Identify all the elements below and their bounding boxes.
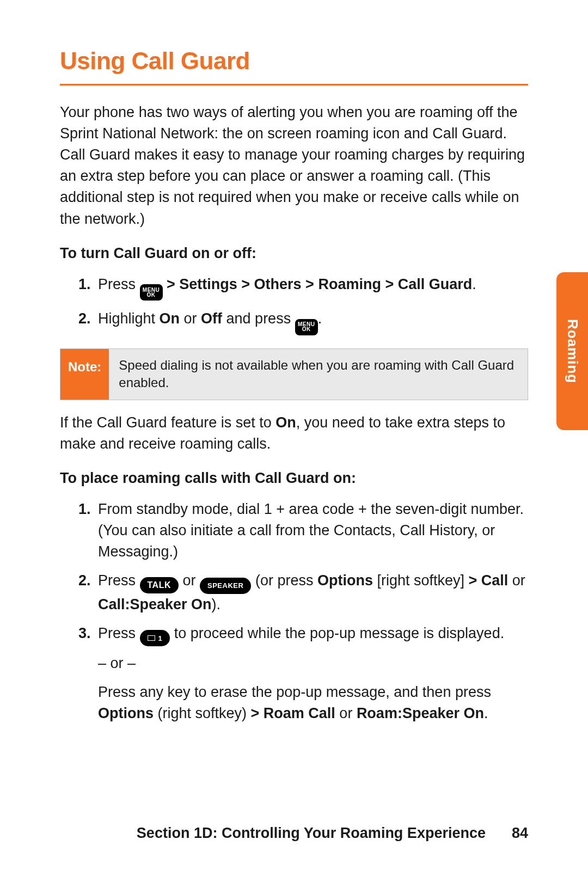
text: . (484, 705, 488, 721)
steps-toggle: Press MENU OK > Settings > Others > Roam… (60, 274, 528, 335)
text: (or press (255, 572, 317, 589)
envelope-icon (148, 635, 155, 641)
text: (right softkey) (154, 705, 251, 721)
menu-ok-key-icon: MENU OK (295, 319, 318, 335)
manual-page: Using Call Guard Your phone has two ways… (0, 0, 588, 882)
step-2: Highlight On or Off and press MENU OK . (95, 308, 528, 335)
text: If the Call Guard feature is set to (60, 414, 275, 431)
mail-1-key-icon: 1 (140, 630, 170, 646)
on-label: On (160, 310, 180, 327)
text: Press (98, 625, 140, 641)
call-speaker-path: Call:Speaker On (98, 596, 212, 612)
step-text: and press (222, 310, 295, 327)
subheading-toggle: To turn Call Guard on or off: (60, 243, 528, 264)
title-underline (60, 84, 528, 85)
step-text: From standby mode, dial 1 + area code + … (98, 499, 528, 562)
call-path: > Call (469, 572, 509, 589)
period: . (472, 276, 476, 292)
after-note-paragraph: If the Call Guard feature is set to On, … (60, 412, 528, 455)
note-body: Speed dialing is not available when you … (109, 349, 528, 400)
section-label: Section 1D: Controlling Your Roaming Exp… (137, 823, 486, 844)
step-2: Press TALK or SPEAKER (or press Options … (95, 570, 528, 615)
step-1: Press MENU OK > Settings > Others > Roam… (95, 274, 528, 301)
key-label-bottom: OK (147, 292, 156, 298)
text: or (508, 572, 525, 589)
text: ). (212, 596, 221, 612)
menu-path: > Settings > Others > Roaming > Call Gua… (167, 276, 472, 292)
or-divider: – or – (98, 653, 528, 674)
talk-key-icon: TALK (140, 577, 179, 593)
period: . (318, 310, 322, 327)
text: [right softkey] (373, 572, 469, 589)
text: to proceed while the pop-up message is d… (174, 625, 504, 641)
page-number: 84 (512, 823, 528, 844)
speaker-key-icon: SPEAKER (200, 578, 251, 594)
text: Press any key to erase the pop-up messag… (98, 684, 491, 700)
intro-paragraph: Your phone has two ways of alerting you … (60, 102, 528, 230)
roam-call-path: > Roam Call (251, 705, 335, 721)
step-1: From standby mode, dial 1 + area code + … (95, 499, 528, 562)
on-bold: On (275, 414, 296, 431)
section-side-tab: Roaming (556, 272, 588, 430)
note-label: Note: (60, 349, 109, 400)
side-tab-label: Roaming (562, 319, 583, 383)
roam-speaker-path: Roam:Speaker On (357, 705, 484, 721)
menu-ok-key-icon: MENU OK (140, 284, 163, 301)
text: or (183, 572, 200, 589)
key-number: 1 (158, 635, 163, 642)
page-title: Using Call Guard (60, 44, 528, 78)
options-label: Options (98, 705, 154, 721)
text: or (335, 705, 357, 721)
step-3: Press 1 to proceed while the pop-up mess… (95, 623, 528, 724)
key-label-bottom: OK (302, 327, 311, 332)
note-box: Note: Speed dialing is not available whe… (60, 348, 528, 400)
options-label: Options (317, 572, 373, 589)
step-text: or (180, 310, 201, 327)
step-text: Highlight (98, 310, 160, 327)
step-text: Press (98, 276, 140, 292)
subheading-place-calls: To place roaming calls with Call Guard o… (60, 468, 528, 489)
steps-place-calls: From standby mode, dial 1 + area code + … (60, 499, 528, 724)
page-footer: Section 1D: Controlling Your Roaming Exp… (60, 823, 528, 844)
text: Press (98, 572, 140, 589)
off-label: Off (201, 310, 222, 327)
